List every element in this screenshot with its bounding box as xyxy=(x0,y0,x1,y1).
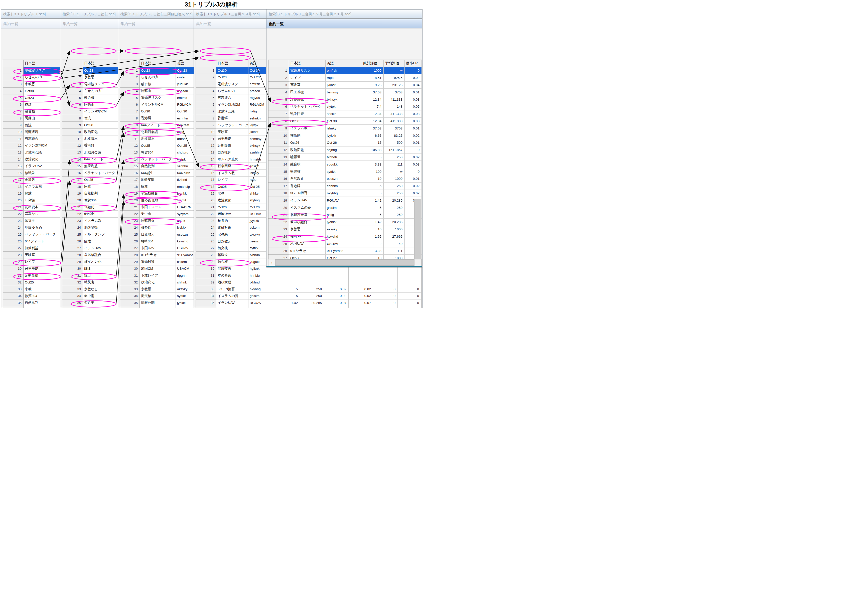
stat-cell[interactable]: 5 xyxy=(362,183,384,190)
japanese-cell[interactable]: 644誕生 xyxy=(83,211,121,217)
row-number-cell[interactable]: 16 xyxy=(120,170,140,176)
column-header[interactable]: 英語 xyxy=(326,60,362,67)
stat-cell[interactable]: 0.02 xyxy=(405,74,422,82)
stat-cell[interactable]: 0.02 xyxy=(405,183,422,190)
horizontal-scrollbar-thumb[interactable] xyxy=(275,260,415,266)
scroll-left-button[interactable]: ‹ xyxy=(268,260,275,266)
table-row[interactable]: 14644フィート xyxy=(62,156,121,163)
table-row[interactable]: 22644誕生 xyxy=(62,211,121,217)
stat-cell[interactable] xyxy=(349,279,373,286)
stat-cell[interactable] xyxy=(278,272,300,279)
table-row[interactable]: 34集中雨 xyxy=(62,293,121,299)
stat-cell[interactable]: 20.285 xyxy=(384,197,405,204)
table-row[interactable]: 27米国UAVUSUAV xyxy=(120,245,195,252)
english-cell[interactable]: asosan xyxy=(176,88,195,94)
table-row[interactable]: 5電磁波リスクemfrsk xyxy=(120,94,195,101)
japanese-cell[interactable]: 自然批判 xyxy=(140,163,176,170)
stat-cell[interactable]: 37.03 xyxy=(362,89,384,96)
table-row[interactable]: 17香港餌eshnkn52500.02 xyxy=(268,183,422,190)
row-number-cell[interactable]: 12 xyxy=(3,142,23,149)
row-number-cell[interactable]: 20 xyxy=(62,197,83,204)
table-row[interactable]: 9冒涜 xyxy=(3,122,62,129)
japanese-cell[interactable]: 5G N拒否 xyxy=(289,190,326,197)
japanese-cell[interactable]: イスラム教 xyxy=(23,183,62,190)
row-number-header[interactable] xyxy=(3,60,23,67)
row-number-cell[interactable]: 23 xyxy=(196,218,216,224)
stat-cell[interactable]: 1511.857 xyxy=(384,147,405,154)
stat-cell[interactable] xyxy=(422,139,422,147)
table-row[interactable]: 30ISIS xyxy=(62,265,121,272)
japanese-cell[interactable]: 核戦争 xyxy=(23,170,62,176)
japanese-cell[interactable]: 宗教なし xyxy=(83,286,121,293)
table-row[interactable]: 4阿蘇山asosan xyxy=(120,88,195,94)
english-cell[interactable]: sznhhn xyxy=(176,163,195,170)
row-number-cell[interactable]: 24 xyxy=(3,224,23,231)
english-cell[interactable]: islmky xyxy=(326,125,362,132)
table-row[interactable]: 5証拠爆破bkhsyk12.34411.3330.03 xyxy=(268,96,422,103)
row-number-cell[interactable]: 19 xyxy=(120,190,140,197)
row-number-cell[interactable]: 19 xyxy=(62,190,83,197)
table-row[interactable]: 1電磁波リスク xyxy=(3,67,62,74)
english-cell[interactable]: RGUAV xyxy=(326,197,362,204)
japanese-cell[interactable]: 宗教なし xyxy=(23,211,62,217)
english-cell[interactable]: hktig xyxy=(326,211,362,219)
stat-cell[interactable]: 83.25 xyxy=(384,132,405,139)
japanese-cell[interactable]: 敦賀304 xyxy=(23,293,62,299)
english-cell[interactable]: gnislm xyxy=(326,204,362,211)
japanese-cell[interactable]: 無策利益 xyxy=(83,163,121,170)
table-row[interactable]: 18宗教 xyxy=(62,183,121,190)
row-number-cell[interactable]: 28 xyxy=(3,252,23,258)
row-number-cell[interactable]: 26 xyxy=(62,238,83,245)
row-number-cell[interactable]: 15 xyxy=(120,163,140,170)
row-number-cell[interactable]: 31 xyxy=(62,272,83,279)
row-number-cell[interactable]: 21 xyxy=(120,204,140,211)
japanese-cell[interactable]: 宗教悪 xyxy=(23,81,62,88)
table-row[interactable]: 29核イオン化 xyxy=(62,258,121,265)
row-number-cell[interactable]: 3 xyxy=(62,81,83,88)
table-row[interactable]: 6阿蘇山 xyxy=(62,101,121,108)
english-cell[interactable]: muzzle xyxy=(176,306,195,308)
row-number-cell[interactable]: 30 xyxy=(62,265,83,272)
row-number-cell[interactable]: 30 xyxy=(120,265,140,272)
row-number-cell[interactable]: 22 xyxy=(268,219,289,226)
stat-cell[interactable]: 111 xyxy=(384,247,405,255)
row-number-cell[interactable]: 24 xyxy=(62,224,83,231)
row-number-cell[interactable]: 34 xyxy=(196,293,216,299)
table-row[interactable]: 31本の暴露hnnbkr xyxy=(196,272,421,279)
table-row[interactable]: 2宗教悪 xyxy=(62,74,121,81)
row-number-cell[interactable]: 31 xyxy=(120,272,140,279)
table-row[interactable]: 2らせんの力rsntkr xyxy=(120,74,195,81)
japanese-cell[interactable]: Oct30 xyxy=(23,88,62,94)
table-row[interactable]: 26911ヤラセ911 yarase3.331110.0 xyxy=(268,247,422,255)
table-row[interactable]: 27無策利益 xyxy=(3,245,62,252)
english-cell[interactable]: aksyky xyxy=(326,226,362,233)
english-cell[interactable]: USUAV xyxy=(176,245,195,252)
table-row[interactable]: 20敦賀304 xyxy=(62,197,121,204)
stat-cell[interactable]: 0.07 xyxy=(349,299,373,306)
row-number-cell[interactable]: 28 xyxy=(120,252,140,258)
row-number-cell[interactable]: 9 xyxy=(3,122,23,129)
row-number-cell[interactable]: 22 xyxy=(62,211,83,217)
row-number-cell[interactable]: 12 xyxy=(268,147,289,154)
stat-cell[interactable] xyxy=(422,125,422,132)
row-number-cell[interactable]: 5 xyxy=(196,94,216,101)
stat-cell[interactable] xyxy=(349,272,373,279)
english-cell[interactable]: smntit xyxy=(176,197,195,204)
row-number-cell[interactable]: 29 xyxy=(120,258,140,265)
row-number-cell[interactable]: 1 xyxy=(62,67,83,74)
stat-cell[interactable] xyxy=(422,255,422,262)
stat-cell[interactable]: 250 xyxy=(300,306,324,308)
table-row[interactable]: 31下放レイプripghh xyxy=(120,272,195,279)
japanese-cell[interactable]: 核イオン化 xyxy=(83,258,121,265)
english-cell[interactable]: jyonkk xyxy=(326,219,362,226)
row-number-cell[interactable]: 13 xyxy=(62,149,83,156)
table-row[interactable]: 11有志連合 xyxy=(3,135,62,142)
stat-cell[interactable]: 0 xyxy=(398,306,421,308)
column-header[interactable]: 日本語 xyxy=(83,60,121,67)
table-row[interactable]: 32政治変化shjhnk xyxy=(120,279,195,286)
japanese-cell[interactable]: 地殻変動 xyxy=(83,224,121,231)
japanese-cell[interactable]: 北戴河会議 xyxy=(23,149,62,156)
stat-cell[interactable]: 27.666 xyxy=(384,233,405,240)
japanese-cell[interactable]: 解放 xyxy=(140,183,176,190)
horizontal-scrollbar[interactable]: ‹ xyxy=(268,259,421,266)
